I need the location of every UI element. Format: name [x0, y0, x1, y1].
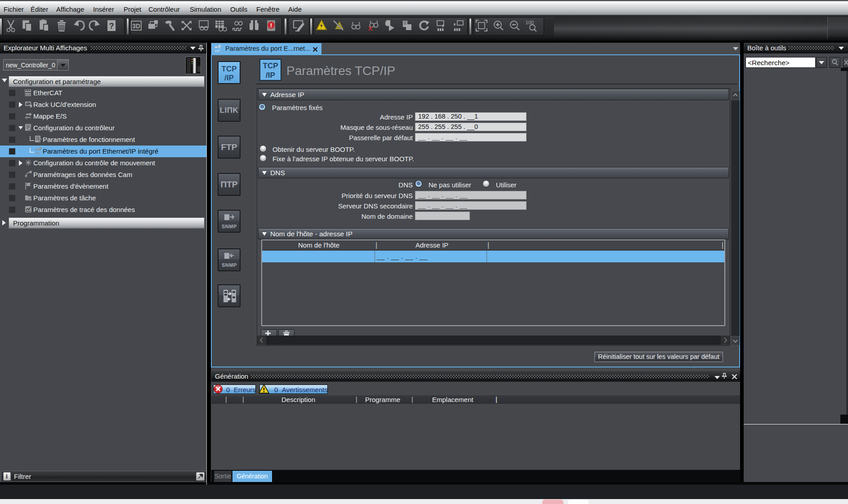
- svg-text:SNMP: SNMP: [222, 262, 237, 268]
- svg-text:3D: 3D: [132, 22, 140, 30]
- svg-text:!: !: [270, 22, 272, 29]
- svg-text:SNMP: SNMP: [222, 224, 237, 229]
- svg-text:?: ?: [109, 22, 114, 31]
- svg-text:EIP: EIP: [36, 152, 41, 155]
- svg-text:ECAT: ECAT: [25, 93, 31, 96]
- svg-text:EIP: EIP: [215, 49, 220, 53]
